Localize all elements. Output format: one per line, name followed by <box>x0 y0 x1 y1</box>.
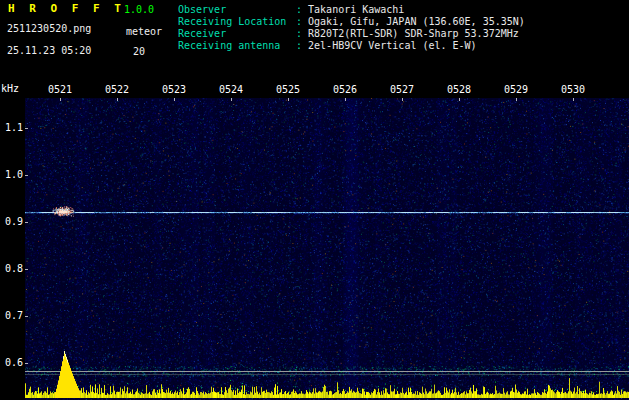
info-colon: : <box>296 16 308 27</box>
count-label: 20 <box>133 47 145 57</box>
info-value: R820T2(RTL-SDR) SDR-Sharp 53.372MHz <box>308 28 519 39</box>
info-row: Receiving Location: Ogaki, Gifu, JAPAN (… <box>178 16 525 28</box>
x-tick-label: 0526 <box>333 85 357 95</box>
y-tick-label: 0.6 <box>3 358 23 368</box>
info-block: Observer: Takanori KawachiReceiving Loca… <box>178 4 525 52</box>
y-axis-unit: kHz <box>1 84 19 94</box>
info-colon: : <box>296 40 308 51</box>
info-row: Observer: Takanori Kawachi <box>178 4 525 16</box>
version-label: 1.0.0 <box>124 5 154 15</box>
info-label: Observer <box>178 4 296 15</box>
output-filename: 2511230520.png <box>7 24 91 34</box>
info-row: Receiver: R820T2(RTL-SDR) SDR-Sharp 53.3… <box>178 28 525 40</box>
x-tick-label: 0528 <box>447 85 471 95</box>
y-tick-label: 1.0 <box>3 170 23 180</box>
info-label: Receiving antenna <box>178 40 296 51</box>
info-row: Receiving antenna: 2el-HB9CV Vertical (e… <box>178 40 525 52</box>
x-tick-label: 0521 <box>48 85 72 95</box>
x-tick-label: 0529 <box>504 85 528 95</box>
y-tick-label: 0.9 <box>3 217 23 227</box>
datetime-label: 25.11.23 05:20 <box>7 46 91 56</box>
info-label: Receiving Location <box>178 16 296 27</box>
x-tick-label: 0522 <box>105 85 129 95</box>
x-tick-label: 0525 <box>276 85 300 95</box>
hrofft-window: H R O F F T 1.0.0 2511230520.png meteor … <box>0 0 629 400</box>
y-tick-label: 0.8 <box>3 264 23 274</box>
mode-label: meteor <box>126 27 162 37</box>
y-tick-label: 0.7 <box>3 311 23 321</box>
info-value: Takanori Kawachi <box>308 4 404 15</box>
spectrogram-canvas <box>25 98 629 400</box>
info-colon: : <box>296 4 308 15</box>
x-tick-label: 0527 <box>390 85 414 95</box>
x-tick-label: 0530 <box>561 85 585 95</box>
info-value: Ogaki, Gifu, JAPAN (136.60E, 35.35N) <box>308 16 525 27</box>
info-colon: : <box>296 28 308 39</box>
x-tick-label: 0524 <box>219 85 243 95</box>
x-tick-label: 0523 <box>162 85 186 95</box>
info-value: 2el-HB9CV Vertical (el. E-W) <box>308 40 477 51</box>
info-label: Receiver <box>178 28 296 39</box>
y-tick-label: 1.1 <box>3 123 23 133</box>
app-title: H R O F F T <box>8 4 125 14</box>
